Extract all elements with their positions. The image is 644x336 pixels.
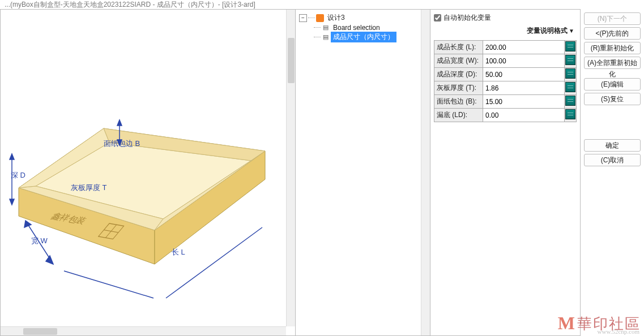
param-value-input[interactable] xyxy=(485,84,562,92)
design-tree-panel: − 设计3 ▤ Board selection ▤ 成品尺寸（内尺寸） xyxy=(296,9,430,336)
cancel-button[interactable]: (C)取消 xyxy=(584,154,641,166)
document-icon: ▤ xyxy=(322,33,330,41)
tree-item-label: Board selection xyxy=(331,23,382,32)
variable-format-dropdown[interactable]: 变量说明格式 ▼ xyxy=(527,26,574,36)
calculator-icon[interactable] xyxy=(565,68,575,79)
auto-init-label: 自动初始化变量 xyxy=(443,13,491,23)
label-length-l: 长 L xyxy=(172,247,185,257)
calculator-icon[interactable] xyxy=(565,96,575,106)
param-value-cell[interactable] xyxy=(483,109,565,122)
param-row: 灰板厚度 (T): xyxy=(434,81,577,95)
variable-format-label: 变量说明格式 xyxy=(527,26,568,36)
viewport-scrollbar-horizontal[interactable] xyxy=(1,326,286,335)
viewport-3d[interactable]: 鑫祥包装 面纸包边 B 灰板厚度 T 深 D xyxy=(1,10,295,335)
calculator-icon[interactable] xyxy=(565,109,575,119)
previous-button[interactable]: <(P)先前的 xyxy=(584,27,641,40)
label-wrap-b: 面纸包边 B xyxy=(104,139,140,149)
param-row: 成品长度 (L): xyxy=(434,41,577,54)
tree-item-board-selection[interactable]: ▤ Board selection xyxy=(298,23,428,32)
tree-scrollbar[interactable] xyxy=(421,10,430,335)
next-button[interactable]: (N)下一个 xyxy=(584,12,641,25)
tree-root-label: 设计3 xyxy=(325,12,347,23)
param-value-cell[interactable] xyxy=(483,41,565,54)
collapse-icon[interactable]: − xyxy=(299,14,307,22)
param-value-cell[interactable] xyxy=(483,54,565,68)
watermark: M 華印社區 www.52cnp.com xyxy=(558,313,641,334)
viewport-scrollbar-vertical[interactable] xyxy=(286,10,295,326)
param-value-cell[interactable] xyxy=(483,95,565,109)
tree-item-label: 成品尺寸（内尺寸） xyxy=(331,32,396,42)
svg-marker-20 xyxy=(117,120,122,126)
param-row: 成品宽度 (W): xyxy=(434,54,577,68)
reset-button[interactable]: (S)复位 xyxy=(584,93,641,105)
param-row: 漏底 (LD): xyxy=(434,109,577,122)
param-row: 成品深度 (D): xyxy=(434,68,577,81)
tree-item-dimensions[interactable]: ▤ 成品尺寸（内尺寸） xyxy=(298,32,428,42)
calculator-icon[interactable] xyxy=(565,41,575,51)
param-label: 面纸包边 (B): xyxy=(434,95,483,109)
label-thick-t: 灰板厚度 T xyxy=(71,183,107,193)
svg-marker-12 xyxy=(10,154,14,160)
param-value-input[interactable] xyxy=(485,44,562,51)
param-value-input[interactable] xyxy=(485,57,562,65)
svg-marker-16 xyxy=(46,256,53,264)
reinit-all-button[interactable]: (A)全部重新初始化 xyxy=(584,57,641,69)
chevron-down-icon: ▼ xyxy=(569,28,574,34)
design-icon xyxy=(316,14,324,22)
label-depth-d: 深 D xyxy=(11,170,25,180)
param-value-input[interactable] xyxy=(485,98,562,106)
parameter-panel: 自动初始化变量 变量说明格式 ▼ 成品长度 (L):成品宽度 (W):成品深度 … xyxy=(430,9,581,336)
parameter-table: 成品长度 (L):成品宽度 (W):成品深度 (D):灰板厚度 (T):面纸包边… xyxy=(434,40,577,122)
param-value-input[interactable] xyxy=(485,111,562,119)
auto-init-checkbox[interactable] xyxy=(434,14,441,21)
document-icon: ▤ xyxy=(322,24,330,32)
svg-marker-13 xyxy=(10,199,14,205)
watermark-url: www.52cnp.com xyxy=(598,328,639,335)
calculator-icon[interactable] xyxy=(565,55,575,65)
param-label: 灰板厚度 (T): xyxy=(434,81,483,95)
svg-line-17 xyxy=(64,271,153,298)
svg-marker-15 xyxy=(24,221,31,227)
watermark-logo-icon: M xyxy=(558,313,575,334)
action-button-column: (N)下一个 <(P)先前的 (R)重新初始化 (A)全部重新初始化 (E)编辑… xyxy=(581,9,644,336)
param-value-input[interactable] xyxy=(485,71,562,79)
edit-button[interactable]: (E)编辑 xyxy=(584,78,641,91)
calculator-icon[interactable] xyxy=(565,82,575,92)
label-width-w: 宽 W xyxy=(31,236,48,246)
tree-root[interactable]: − 设计3 xyxy=(298,13,428,23)
viewport-3d-panel: 鑫祥包装 面纸包边 B 灰板厚度 T 深 D xyxy=(0,9,296,336)
param-label: 成品长度 (L): xyxy=(434,41,483,54)
ok-button[interactable]: 确定 xyxy=(584,139,641,152)
param-label: 漏底 (LD): xyxy=(434,109,483,122)
param-label: 成品宽度 (W): xyxy=(434,54,483,68)
param-label: 成品深度 (D): xyxy=(434,68,483,81)
param-row: 面纸包边 (B): xyxy=(434,95,577,109)
param-value-cell[interactable] xyxy=(483,68,565,81)
reinit-button[interactable]: (R)重新初始化 xyxy=(584,42,641,54)
window-title: ...(myBox自制盒型-天地盒天地盒2023122SIARD - 成品尺寸（… xyxy=(0,0,644,9)
param-value-cell[interactable] xyxy=(483,81,565,95)
